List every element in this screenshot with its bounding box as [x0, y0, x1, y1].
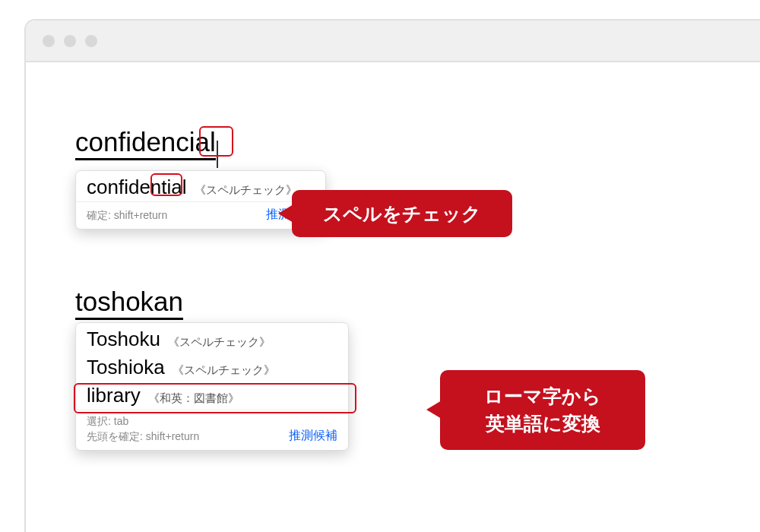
callout-text: スペルをチェック	[323, 200, 481, 227]
candidate-word: confidential	[87, 176, 187, 199]
candidate-row-b[interactable]: Toshioka 《スペルチェック》	[76, 353, 348, 382]
text-cursor-icon	[217, 141, 218, 168]
traffic-light-max-icon[interactable]	[85, 35, 97, 47]
candidate-footer-2: 選択: tab 先頭を確定: shift+return 推測候補	[76, 410, 348, 450]
browser-titlebar	[26, 21, 760, 62]
candidate-word: library	[87, 384, 141, 407]
callout-pointer-icon	[278, 204, 293, 223]
callout-line2: 英単語に変換	[486, 410, 600, 437]
traffic-light-min-icon[interactable]	[64, 35, 76, 47]
candidate-note: 《スペルチェック》	[168, 335, 271, 350]
select-hint: 選択: tab	[87, 415, 199, 429]
candidate-panel-2[interactable]: Toshoku 《スペルチェック》 Toshioka 《スペルチェック》 lib…	[75, 322, 349, 451]
confirm-hint: 確定: shift+return	[87, 209, 167, 223]
typed-word-2: toshokan	[75, 287, 183, 320]
candidate-word: Toshoku	[87, 328, 160, 351]
confirm-hint: 先頭を確定: shift+return	[87, 430, 199, 444]
candidate-row-c[interactable]: library 《和英：図書館》	[76, 382, 348, 410]
example-toshokan: toshokan Toshoku 《スペルチェック》 Toshioka 《スペル…	[75, 287, 349, 451]
callout-line1: ローマ字から	[484, 382, 601, 410]
browser-frame: confidencial confidential 《スペルチェック》 確定: …	[24, 19, 760, 532]
candidate-note: 《和英：図書館》	[148, 391, 239, 406]
callout-romaji: ローマ字から 英単語に変換	[440, 370, 645, 450]
candidate-note: 《スペルチェック》	[173, 363, 275, 378]
traffic-light-close-icon[interactable]	[43, 35, 55, 47]
candidate-note: 《スペルチェック》	[195, 183, 297, 198]
suggest-link[interactable]: 推測候補	[289, 428, 337, 444]
candidate-row-a[interactable]: Toshoku 《スペルチェック》	[76, 325, 348, 353]
callout-spellcheck: スペルをチェック	[292, 190, 512, 237]
candidate-word: Toshioka	[87, 356, 165, 379]
candidate-row-1[interactable]: confidential 《スペルチェック》	[76, 173, 325, 201]
typed-word-1: confidencial	[75, 127, 216, 160]
callout-pointer-icon	[426, 401, 442, 419]
